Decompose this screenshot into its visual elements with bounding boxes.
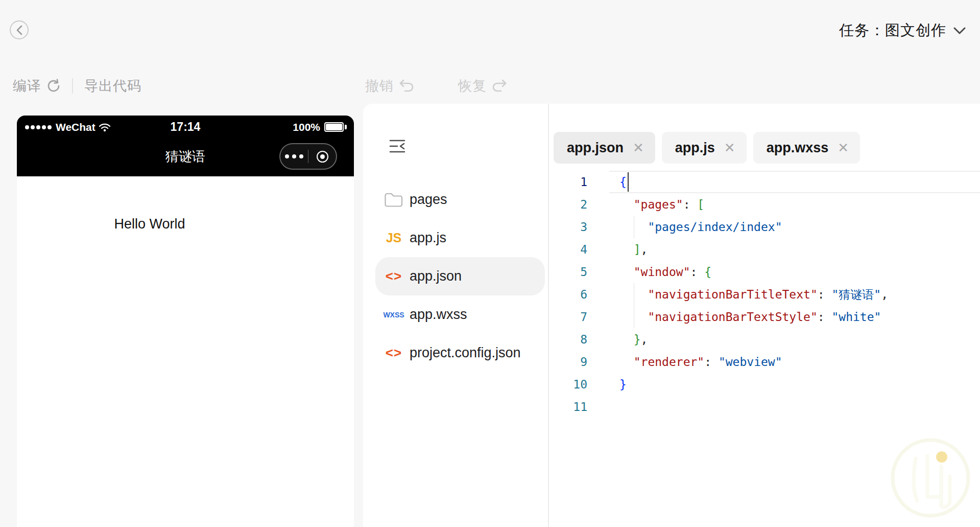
file-item-project-config-json[interactable]: <> project.config.json: [363, 334, 548, 372]
code-area[interactable]: 1 { 2 "pages": [ 3 "pages/index/index" 4…: [550, 171, 980, 418]
tab-label: app.js: [675, 140, 715, 156]
file-item-app-json[interactable]: <> app.json: [363, 257, 548, 295]
code-line: 7 "navigationBarTextStyle": "white": [550, 306, 980, 328]
code-token: }: [634, 333, 641, 346]
code-token: "webview": [719, 355, 782, 369]
line-content: "window": {: [587, 261, 711, 283]
code-token: "renderer": [634, 355, 704, 369]
code-line: 10 }: [550, 373, 980, 396]
editor-tab-bar: app.json ✕ app.js ✕ app.wxss ✕: [554, 132, 860, 164]
line-number: 1: [550, 171, 587, 193]
code-token: [619, 355, 634, 369]
line-number: 9: [550, 351, 587, 373]
capsule-menu[interactable]: [279, 143, 337, 170]
line-content: "navigationBarTitleText": "猜谜语",: [587, 283, 888, 306]
line-number: 3: [550, 216, 587, 238]
line-content: },: [587, 328, 648, 351]
code-token: }: [619, 378, 627, 391]
code-token: [619, 198, 634, 211]
compile-button[interactable]: 编译: [13, 77, 61, 95]
redo-label: 恢复: [458, 77, 487, 95]
tab-close-icon[interactable]: ✕: [633, 141, 644, 154]
undo-icon: [399, 79, 414, 93]
redo-button[interactable]: 恢复: [458, 77, 507, 95]
line-number: 11: [550, 396, 587, 418]
line-content: ],: [587, 238, 648, 261]
json-file-icon: <>: [386, 268, 402, 284]
file-icon: JS: [383, 231, 405, 245]
collapse-sidebar-icon[interactable]: [389, 139, 406, 154]
toolbar-divider: [72, 78, 73, 94]
code-token: "pages/index/index": [648, 220, 782, 234]
editor-tab-app-wxss[interactable]: app.wxss ✕: [753, 132, 860, 164]
file-item-app-js[interactable]: JS app.js: [363, 219, 548, 257]
undo-label: 撤销: [365, 77, 394, 95]
wxss-file-icon: WXSS: [383, 311, 404, 319]
line-number: 2: [550, 193, 587, 216]
back-button[interactable]: [10, 20, 29, 39]
line-number: 10: [550, 373, 587, 396]
code-line: 2 "pages": [: [550, 193, 980, 216]
file-icon: <>: [383, 268, 405, 284]
code-token: "pages": [634, 198, 683, 211]
line-content: {: [587, 171, 627, 193]
hello-world-text: Hello World: [114, 216, 185, 232]
code-token: "猜谜语": [831, 288, 881, 301]
toolbar-editor: 撤销 恢复: [365, 75, 507, 97]
toolbar-left: 编译 导出代码: [13, 75, 141, 97]
line-number: 8: [550, 328, 587, 351]
code-token: {: [619, 175, 627, 189]
code-token: ,: [641, 243, 648, 256]
line-content: }: [587, 373, 627, 396]
battery-icon: [324, 122, 344, 132]
line-content: "pages/index/index": [587, 216, 782, 238]
mini-nav-bar: 猜谜语: [17, 139, 354, 176]
line-number: 5: [550, 261, 587, 283]
file-icon: <>: [383, 345, 405, 361]
code-token: "navigationBarTitleText": [648, 288, 817, 301]
phone-header: WeChat 17:14 100% 猜谜语: [17, 116, 354, 176]
line-content: "navigationBarTextStyle": "white": [587, 306, 881, 328]
code-line: 5 "window": {: [550, 261, 980, 283]
battery-group: 100%: [293, 116, 347, 139]
tab-close-icon[interactable]: ✕: [724, 141, 735, 154]
editor-tab-app-json[interactable]: app.json ✕: [554, 132, 655, 164]
tab-label: app.wxss: [767, 140, 829, 156]
line-content: [587, 396, 619, 418]
text-cursor: [628, 172, 629, 192]
editor-tab-app-js[interactable]: app.js ✕: [662, 132, 747, 164]
code-token: ,: [881, 288, 888, 301]
more-dots-icon[interactable]: [280, 154, 308, 158]
file-name: app.js: [410, 230, 446, 246]
code-line: 3 "pages/index/index": [550, 216, 980, 238]
code-token: [619, 333, 634, 346]
file-item-app-wxss[interactable]: WXSS app.wxss: [363, 295, 548, 334]
code-token: [619, 243, 634, 256]
code-token: [619, 265, 634, 279]
line-content: "pages": [: [587, 193, 704, 216]
code-token: "window": [634, 265, 690, 279]
line-number: 7: [550, 306, 587, 328]
task-selector[interactable]: 任务：图文创作: [839, 19, 966, 42]
code-token: [: [697, 198, 704, 211]
undo-button[interactable]: 撤销: [365, 77, 414, 95]
chevron-left-icon: [15, 25, 23, 36]
code-token: :: [690, 265, 704, 279]
file-item-pages[interactable]: pages: [363, 180, 548, 219]
export-code-button[interactable]: 导出代码: [84, 77, 141, 95]
code-line: 11: [550, 396, 980, 418]
file-name: app.json: [410, 268, 462, 284]
file-explorer: pages JS app.js <> app.json WXSS app.wxs…: [363, 104, 549, 527]
code-token: ,: [641, 333, 648, 346]
code-line: 9 "renderer": "webview": [550, 351, 980, 373]
tab-close-icon[interactable]: ✕: [838, 141, 849, 154]
exit-circle-icon[interactable]: [308, 151, 336, 163]
chevron-down-icon: [953, 27, 966, 35]
code-token: [619, 288, 648, 301]
line-number: 4: [550, 238, 587, 261]
code-line: 1 {: [550, 171, 980, 193]
code-line: 6 "navigationBarTitleText": "猜谜语",: [550, 283, 980, 306]
code-token: :: [818, 288, 832, 301]
folder-icon: [384, 192, 403, 208]
redo-icon: [492, 79, 507, 93]
